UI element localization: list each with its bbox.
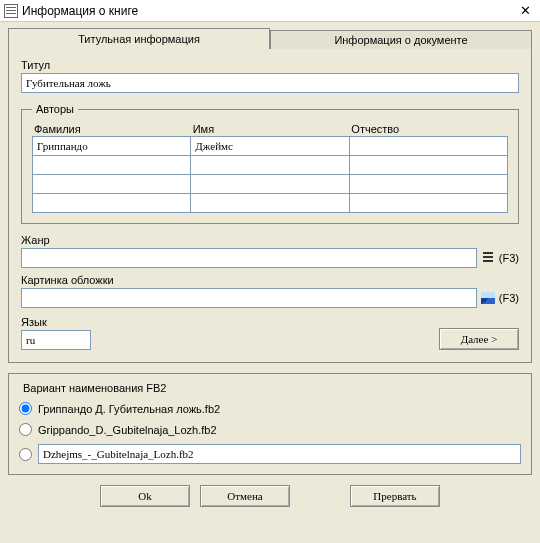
author-patronymic-input[interactable]	[349, 136, 508, 156]
svg-rect-2	[483, 260, 493, 262]
tab-panel: Титул Авторы Фамилия Имя Отчество	[8, 48, 532, 363]
dialog-buttons: Ok Отмена Прервать	[8, 485, 532, 507]
svg-rect-1	[483, 256, 493, 258]
author-surname-input[interactable]	[32, 136, 191, 156]
genre-label: Жанр	[21, 234, 519, 246]
col-patronymic: Отчество	[349, 123, 508, 135]
close-button[interactable]: ✕	[512, 2, 538, 20]
fb2-option-radio[interactable]	[19, 448, 32, 461]
author-name-input[interactable]	[190, 193, 349, 213]
title-input[interactable]	[21, 73, 519, 93]
fb2-option-label: Гриппандо Д. Губительная ложь.fb2	[38, 403, 220, 415]
col-name: Имя	[191, 123, 350, 135]
author-surname-input[interactable]	[32, 174, 191, 194]
author-patronymic-input[interactable]	[349, 174, 508, 194]
tab-doc-info[interactable]: Информация о документе	[270, 30, 532, 49]
image-icon[interactable]	[481, 291, 495, 305]
author-surname-input[interactable]	[32, 193, 191, 213]
author-surname-input[interactable]	[32, 155, 191, 175]
next-button[interactable]: Далее >	[439, 328, 519, 350]
f3-hint: (F3)	[499, 292, 519, 304]
title-label: Титул	[21, 59, 519, 71]
fb2-option-label: Grippando_D._Gubitelnaja_Lozh.fb2	[38, 424, 217, 436]
col-surname: Фамилия	[32, 123, 191, 135]
list-icon[interactable]	[481, 251, 495, 265]
fb2-custom-input[interactable]	[38, 444, 521, 464]
fb2-naming-group: Вариант наименования FB2 Гриппандо Д. Гу…	[8, 373, 532, 475]
f3-hint: (F3)	[499, 252, 519, 264]
titlebar: Информация о книге ✕	[0, 0, 540, 22]
author-patronymic-input[interactable]	[349, 193, 508, 213]
genre-input[interactable]	[21, 248, 477, 268]
author-row	[32, 194, 508, 213]
cover-input[interactable]	[21, 288, 477, 308]
authors-label: Авторы	[32, 103, 78, 115]
tab-strip: Титульная информация Информация о докуме…	[8, 28, 532, 49]
fb2-option-radio[interactable]	[19, 402, 32, 415]
abort-button[interactable]: Прервать	[350, 485, 440, 507]
fb2-group-label: Вариант наименования FB2	[19, 382, 170, 394]
app-icon	[4, 4, 18, 18]
author-row	[32, 175, 508, 194]
author-name-input[interactable]	[190, 174, 349, 194]
cancel-button[interactable]: Отмена	[200, 485, 290, 507]
lang-label: Язык	[21, 316, 91, 328]
window-title: Информация о книге	[22, 4, 512, 18]
author-row	[32, 156, 508, 175]
author-name-input[interactable]	[190, 136, 349, 156]
lang-input[interactable]	[21, 330, 91, 350]
cover-label: Картинка обложки	[21, 274, 519, 286]
author-patronymic-input[interactable]	[349, 155, 508, 175]
authors-group: Авторы Фамилия Имя Отчество	[21, 103, 519, 224]
ok-button[interactable]: Ok	[100, 485, 190, 507]
svg-rect-0	[483, 252, 493, 254]
fb2-option-radio[interactable]	[19, 423, 32, 436]
author-name-input[interactable]	[190, 155, 349, 175]
tab-title-info[interactable]: Титульная информация	[8, 28, 270, 49]
author-row	[32, 137, 508, 156]
